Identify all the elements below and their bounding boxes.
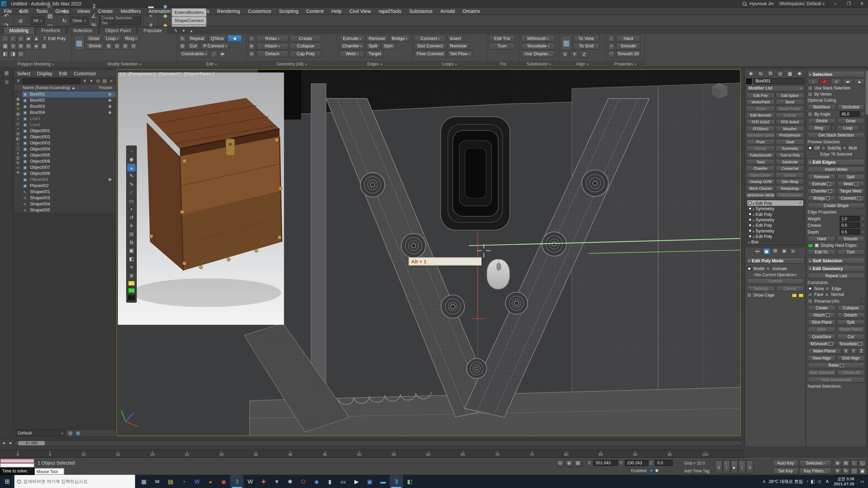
paint-connect-icon[interactable]: ⊞ [179, 43, 186, 50]
settings-button[interactable]: Settings [747, 285, 774, 291]
commit-button[interactable]: Commit [747, 278, 804, 284]
pm-icon-6[interactable]: ▥ [40, 43, 47, 50]
minimize-button[interactable]: – [830, 0, 840, 7]
insert-loop-button[interactable]: insert [447, 35, 463, 42]
maximize-button[interactable]: ❐ [844, 0, 853, 7]
maxscript-listener-white[interactable] [0, 463, 34, 468]
vault-icon[interactable]: ◧ [403, 475, 416, 488]
model-radio[interactable]: Model [747, 266, 764, 271]
clear-search-icon[interactable]: ✕ [15, 78, 22, 84]
explorer-search-input[interactable] [23, 78, 80, 84]
menu-item[interactable]: Rendering [213, 7, 244, 15]
constraint-none-radio[interactable]: None [808, 286, 824, 291]
stack-base-object[interactable]: ▸ Box [747, 239, 803, 244]
modifier-button[interactable]: Extrude [775, 112, 804, 118]
explorer-menu-item[interactable]: Display [34, 70, 56, 76]
photos-icon[interactable]: ▣ [363, 475, 376, 488]
unhide-all-button[interactable]: Unhide All [837, 370, 865, 376]
menu-item[interactable]: Omatrix [459, 7, 484, 15]
filter-camera-icon[interactable]: ▦ [16, 112, 20, 116]
create-geo-button[interactable]: Create [808, 305, 835, 311]
modifier-button[interactable]: Skin Wrap [775, 179, 804, 185]
modifier-button[interactable]: Sweep [746, 145, 775, 151]
modifier-button[interactable]: TurboSmooth [746, 152, 775, 158]
rotate-icon[interactable]: ↻ [60, 16, 69, 25]
collapse-button[interactable]: Collapse [290, 43, 322, 50]
modifier-button[interactable]: Retopology [775, 185, 804, 191]
shrink-button[interactable]: Shrink [86, 43, 104, 50]
scene-object-row[interactable]: ▣ Object001 [22, 128, 116, 134]
scene-object-row[interactable]: ▣ Box004 [22, 109, 116, 116]
border-subobject-icon[interactable]: ◇ [831, 79, 842, 85]
chamfer-edge-button[interactable]: Chamfer [808, 188, 835, 194]
viewport-layout-icon[interactable]: ▦ [4, 70, 9, 76]
knife-icon[interactable]: ∕ [127, 189, 136, 197]
prev-key-icon[interactable]: ◄ [0, 440, 7, 446]
zoom-region-icon[interactable]: ◱ [859, 460, 866, 467]
ribbon-tab[interactable]: Object Paint [99, 26, 137, 34]
time-slider-handle[interactable]: 0 / 100 [18, 441, 45, 445]
tessellate-button[interactable]: Tessellate [521, 43, 555, 50]
chamfer-button[interactable]: Chamfer [339, 43, 365, 50]
ribbon-tab[interactable]: Modeling [3, 26, 35, 34]
preview-off-radio[interactable]: Off [808, 145, 820, 150]
scene-object-row[interactable]: ▣ Object006 [22, 158, 116, 164]
detach-geo-button[interactable]: Detach [837, 312, 865, 318]
modifier-button[interactable]: CreaseSet [775, 165, 804, 171]
relax-geo-button[interactable]: Relax [808, 362, 865, 368]
explorer-menu-item[interactable]: Select [14, 70, 34, 76]
list-icon[interactable]: ≡ [127, 263, 136, 271]
modifier-visibility-icon[interactable] [748, 229, 752, 232]
slice-button[interactable]: Slice [808, 326, 835, 332]
remove-edge-button[interactable]: Remove [808, 174, 835, 180]
quickslice-button[interactable]: QuickSlice [808, 333, 835, 340]
modifier-button[interactable]: Edit Spline [775, 93, 804, 99]
selection-filter-dropdown[interactable]: All▾ [31, 16, 45, 24]
next-key-icon[interactable]: ► [7, 440, 14, 446]
extrude-button[interactable]: Extrude [339, 35, 365, 42]
modifier-button[interactable]: Chamfer [746, 165, 775, 171]
split-button[interactable]: Split [366, 43, 380, 50]
expand-icon[interactable]: ▸ [753, 229, 754, 232]
repeat-button[interactable]: Repeat [187, 35, 207, 42]
modifier-visibility-icon[interactable] [748, 201, 752, 205]
hard-edge-button[interactable]: Hard [808, 236, 835, 242]
loop-grow-icon[interactable]: ⊞ [105, 43, 112, 50]
menu-item[interactable]: Arnold [436, 7, 458, 15]
reset-plane-button[interactable]: Reset Plane [837, 326, 865, 332]
next-frame-icon[interactable]: ⟩ [738, 460, 746, 473]
pm-icon-5[interactable]: ◈ [33, 43, 40, 50]
mail-icon[interactable]: ✉ [151, 475, 164, 488]
scene-object-row[interactable]: ▣ Plane002 [22, 183, 116, 189]
planar-z-button[interactable]: Z [858, 348, 865, 354]
backface-button[interactable]: Backface [808, 104, 835, 110]
move-icon[interactable]: ✛ [60, 6, 69, 16]
undo-icon[interactable]: ↶ [2, 11, 11, 21]
select-arrow-icon[interactable]: ▴ [127, 164, 136, 171]
weather-widget[interactable]: 28°C 대체로 흐림 [769, 478, 803, 484]
ring-grow-icon[interactable]: ⊞ [122, 43, 129, 50]
column-header-frozen[interactable]: Frozen [99, 85, 116, 90]
x-coordinate-field[interactable]: 501.043 [593, 460, 618, 466]
expand-icon[interactable]: ▸ [753, 201, 754, 205]
remove-button[interactable]: Remove [366, 35, 388, 42]
modifier-button[interactable]: VertexPaint [746, 99, 775, 105]
eye-icon[interactable]: ◉ [127, 156, 136, 163]
modifier-stack-row[interactable]: ▸ Edit Poly [747, 233, 803, 239]
display-mode-icon[interactable]: ▤ [67, 430, 74, 436]
notification-center-icon[interactable]: ▭ [857, 479, 867, 484]
scene-object-row[interactable]: ▣ Object003 [22, 140, 116, 146]
filter-hidden-icon[interactable]: ◍ [16, 160, 20, 165]
constraint-edge-icon[interactable]: ∕ [211, 50, 218, 58]
preview-subobj-radio[interactable]: SubObj [821, 145, 841, 150]
object-name-field[interactable]: Box001 [753, 78, 804, 84]
filter-material-icon[interactable]: ◫ [16, 146, 20, 150]
modifier-stack-row[interactable]: ▸ Edit Poly [747, 222, 803, 228]
cage-color-swatch[interactable] [792, 293, 797, 297]
show-end-result-icon[interactable]: ▣ [763, 248, 770, 255]
filter-shape-icon[interactable]: ◉ [16, 102, 20, 106]
modifier-button[interactable]: OpenSubdiv [746, 172, 775, 178]
dist-connect-button[interactable]: Dist Connect [414, 43, 446, 50]
vertex-mode-icon[interactable]: ∴ [2, 35, 9, 42]
ribbon-config-icon[interactable]: ✎ [172, 27, 180, 34]
